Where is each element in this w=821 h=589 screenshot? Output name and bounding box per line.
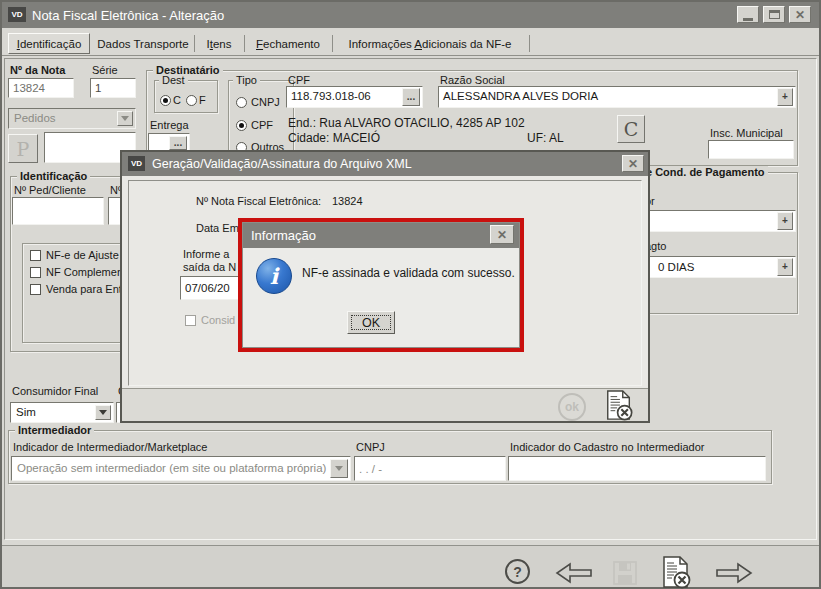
help-button[interactable]: ? <box>505 559 530 584</box>
dest-f-label: F <box>199 94 206 106</box>
next-button[interactable] <box>714 561 754 585</box>
cancel-document-button[interactable] <box>660 556 692 589</box>
razao-social-input[interactable]: ALESSANDRA ALVES DORIA <box>438 86 796 108</box>
numero-nota-input[interactable]: 13824 <box>8 78 74 98</box>
window-title: Nota Fiscal Eletrônica - Alteração <box>32 8 224 23</box>
tab-label: Fechamento <box>256 38 320 50</box>
consumidor-final-combobox[interactable]: Sim <box>10 402 114 423</box>
save-button[interactable] <box>612 560 638 586</box>
close-icon: ✕ <box>497 228 507 242</box>
close-icon: ✕ <box>795 8 805 22</box>
bottom-toolbar: ? <box>2 545 819 587</box>
tab-itens[interactable]: Itens <box>196 33 242 54</box>
informe-text-line2: saída da N <box>183 261 236 273</box>
info-icon: i <box>256 258 292 294</box>
xml-dialog-bottombar: ok <box>122 388 648 421</box>
dropdown-button[interactable] <box>330 459 348 478</box>
cancel-document-icon <box>604 390 634 422</box>
insc-municipal-input[interactable] <box>708 140 794 159</box>
chevron-down-icon <box>335 466 343 471</box>
tab-label: Identificação <box>17 38 82 50</box>
maximize-icon <box>769 10 780 19</box>
dropdown-button[interactable] <box>95 405 111 420</box>
help-icon: ? <box>513 564 522 580</box>
vendedor-plus-button[interactable]: + <box>777 212 793 230</box>
c-button[interactable]: C <box>617 115 645 143</box>
arrow-left-icon <box>554 561 594 585</box>
c-button-label: C <box>624 118 639 140</box>
msgbox-titlebar: Informação ✕ <box>243 223 519 248</box>
focus-rect <box>351 315 391 330</box>
nfe-number-value: 13824 <box>332 195 363 207</box>
save-icon <box>612 560 638 586</box>
maximize-button[interactable] <box>763 6 785 23</box>
entrega-ellipsis-button[interactable]: ... <box>169 136 187 150</box>
tab-label: Dados Transporte <box>97 38 188 50</box>
plus-icon: + <box>782 262 788 272</box>
close-button[interactable]: ✕ <box>789 6 811 23</box>
msgbox-title: Informação <box>251 228 316 243</box>
considerar-checkbox[interactable] <box>185 315 196 326</box>
consumidor-final-value: Sim <box>16 406 36 418</box>
app-icon: VD <box>128 156 145 171</box>
venda-entrega-checkbox[interactable] <box>30 284 41 295</box>
pagamento-group-label: e Cond. de Pagamento <box>643 166 768 178</box>
nf-complementar-checkbox[interactable] <box>30 267 41 278</box>
cpf-label: CPF <box>288 74 310 86</box>
serie-input[interactable]: 1 <box>90 78 136 98</box>
considerar-label-fragment: Consid <box>201 314 235 326</box>
ped-cliente-label: Nº Ped/Cliente <box>14 184 86 196</box>
ped-cliente-input[interactable] <box>12 197 104 225</box>
tab-separator <box>332 35 333 52</box>
dropdown-button[interactable] <box>117 111 133 126</box>
plus-icon: + <box>782 216 788 226</box>
xml-dialog-titlebar: VD Geração/Validação/Assinatura do Arqui… <box>122 152 648 176</box>
cnpj-intermediador-label: CNPJ <box>356 441 385 453</box>
razao-plus-button[interactable]: + <box>777 88 793 106</box>
ellipsis-icon: ... <box>174 138 182 148</box>
xml-cancel-document-button[interactable] <box>604 390 634 422</box>
tipo-cnpj-radio[interactable] <box>236 97 247 108</box>
tab-identificacao[interactable]: Identificação <box>8 33 90 54</box>
p-button[interactable]: P <box>8 134 38 163</box>
xml-dialog-close-button[interactable]: ✕ <box>622 155 644 172</box>
nfe-ajuste-checkbox[interactable] <box>30 250 41 261</box>
msgbox-ok-button[interactable]: OK <box>347 311 395 334</box>
tipo-cnpj-label: CNPJ <box>251 96 280 108</box>
indicador-cadastro-label: Indicador do Cadastro no Intermediador <box>510 441 704 453</box>
cond-pagto-plus-button[interactable]: + <box>777 258 793 276</box>
tab-bar: Identificação Dados Transporte Itens Fec… <box>2 30 819 56</box>
window-titlebar: VD Nota Fiscal Eletrônica - Alteração ✕ <box>2 2 819 28</box>
xml-ok-button[interactable]: ok <box>558 393 586 421</box>
dest-c-radio[interactable] <box>160 95 171 106</box>
info-icon-glyph: i <box>270 263 278 289</box>
origem-value: Pedidos <box>14 112 56 124</box>
tab-informacoes-adicionais[interactable]: Informações Adicionais da NF-e <box>334 33 526 54</box>
cpf-ellipsis-button[interactable]: ... <box>402 88 420 106</box>
cnpj-intermediador-input[interactable]: . . / - <box>354 456 506 481</box>
informe-text-line1: Informe a <box>183 248 229 260</box>
venda-entrega-label: Venda para Entre <box>46 283 132 295</box>
arrow-right-icon <box>714 561 754 585</box>
origem-combobox[interactable]: Pedidos <box>8 108 136 129</box>
p-button-label: P <box>17 138 30 160</box>
tab-label: Itens <box>207 38 232 50</box>
razao-social-label: Razão Social <box>440 74 505 86</box>
tipo-cpf-radio[interactable] <box>236 120 247 131</box>
dest-label: Dest <box>159 74 188 86</box>
cond-pagto-value-fragment: 0 DIAS <box>658 261 694 273</box>
tab-dados-transporte[interactable]: Dados Transporte <box>94 33 192 54</box>
tab-separator <box>194 35 195 52</box>
nfe-ajuste-label: NF-e de Ajuste <box>46 249 119 261</box>
tab-fechamento[interactable]: Fechamento <box>246 33 330 54</box>
previous-button[interactable] <box>554 561 594 585</box>
msgbox-close-button[interactable]: ✕ <box>490 225 514 244</box>
minimize-button[interactable] <box>737 6 759 23</box>
endereco-text: End.: Rua ALVARO OTACILIO, 4285 AP 102 <box>288 116 525 130</box>
chevron-down-icon <box>121 116 129 121</box>
minimize-icon <box>743 18 753 21</box>
indicador-cadastro-input[interactable] <box>508 456 766 481</box>
dest-f-radio[interactable] <box>186 95 197 106</box>
uf-text: UF: AL <box>527 131 564 145</box>
indicador-intermediador-combobox[interactable]: Operação sem intermediador (em site ou p… <box>11 456 351 481</box>
